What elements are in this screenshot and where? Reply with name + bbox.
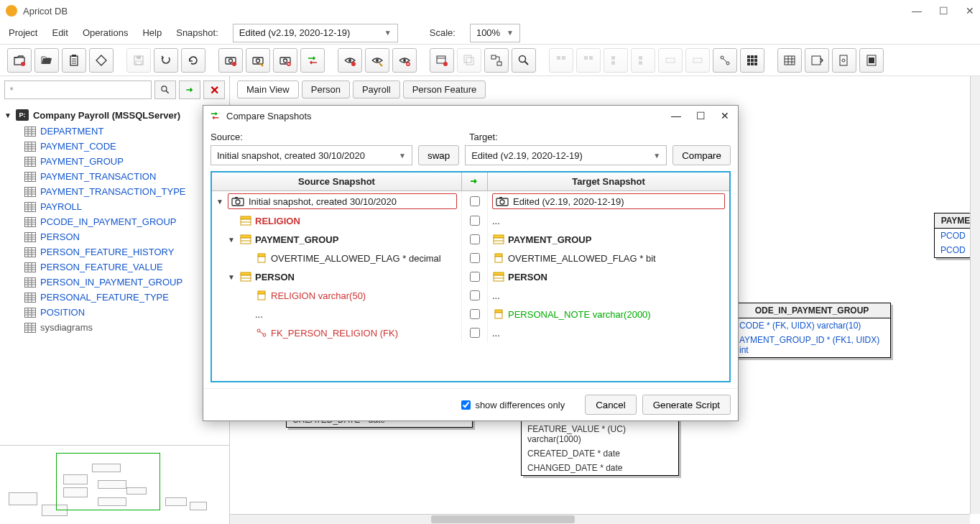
- show-diff-checkbox[interactable]: [461, 400, 471, 410]
- row-checkbox[interactable]: [470, 253, 480, 263]
- scale-select[interactable]: 100% ▼: [470, 24, 520, 42]
- cell-target[interactable]: ...: [488, 211, 729, 230]
- source-root[interactable]: Initial snapshot, created 30/10/2020: [228, 193, 457, 209]
- tree-item[interactable]: PERSON_FEATURE_VALUE: [24, 259, 225, 275]
- dialog-maximize[interactable]: ☐: [693, 110, 708, 121]
- cell-source[interactable]: OVERTIME_ALLOWED_FLAG * decimal: [212, 249, 462, 267]
- tree-item[interactable]: POSITION: [24, 305, 225, 320]
- tab-person[interactable]: Person: [302, 81, 350, 98]
- cell-target[interactable]: PAYMENT_GROUP: [488, 230, 729, 249]
- row-checkbox[interactable]: [470, 196, 480, 206]
- cell-target[interactable]: PERSONAL_NOTE varchar(2000): [488, 305, 729, 323]
- tb-snap-new[interactable]: [218, 48, 243, 73]
- tree-item[interactable]: PAYMENT_TRANSACTION: [24, 169, 225, 184]
- row-checkbox[interactable]: [470, 234, 480, 244]
- tb-db[interactable]: [89, 48, 114, 73]
- generate-script-button[interactable]: Generate Script: [642, 395, 731, 415]
- row-checkbox[interactable]: [470, 328, 480, 338]
- collapse-icon[interactable]: ▼: [228, 236, 236, 244]
- tb-search[interactable]: [512, 48, 536, 73]
- cell-source[interactable]: ...: [212, 305, 462, 323]
- source-combo[interactable]: Initial snapshot, created 30/10/2020 ▼: [211, 145, 412, 165]
- filter-add-button[interactable]: [179, 81, 200, 99]
- tb-view-del[interactable]: [392, 48, 417, 73]
- target-root[interactable]: Edited (v2.19, 2020-12-19): [492, 193, 725, 209]
- tree-item[interactable]: PAYMENT_TRANSACTION_TYPE: [24, 184, 225, 199]
- tb-link[interactable]: [713, 48, 737, 73]
- cell-target[interactable]: PERSON: [488, 267, 729, 286]
- minimize-button[interactable]: —: [912, 5, 922, 17]
- tb-compare[interactable]: [300, 48, 325, 73]
- tree-item[interactable]: PERSON_IN_PAYMENT_GROUP: [24, 275, 225, 290]
- tb-relation[interactable]: [484, 48, 509, 73]
- tree-root[interactable]: ▼ P: Company Payroll (MSSQLServer): [4, 106, 225, 124]
- menu-help[interactable]: Help: [142, 27, 162, 38]
- tb-clipboard[interactable]: [62, 48, 86, 73]
- svg-point-21: [403, 59, 406, 62]
- cell-source[interactable]: RELIGION: [212, 211, 462, 230]
- col-target: Target Snapshot: [488, 173, 729, 190]
- tree-item[interactable]: DEPARTMENT: [24, 124, 225, 139]
- row-checkbox[interactable]: [470, 272, 480, 282]
- tree-children: DEPARTMENTPAYMENT_CODEPAYMENT_GROUPPAYME…: [24, 124, 225, 335]
- tb-export[interactable]: [805, 48, 829, 73]
- tb-new[interactable]: [7, 48, 32, 73]
- cell-target[interactable]: ...: [488, 323, 729, 342]
- tb-tbl-new[interactable]: [430, 48, 454, 73]
- diagram-table[interactable]: ODE_IN_PAYMENT_GROUP CODE * (FK, UIDX) v…: [733, 303, 891, 358]
- menu-edit[interactable]: Edit: [52, 27, 68, 38]
- tree-item[interactable]: PCODE_IN_PAYMENT_GROUP: [24, 214, 225, 229]
- dialog-close[interactable]: ✕: [718, 110, 732, 121]
- tb-refresh[interactable]: [181, 48, 205, 73]
- tb-snap-edit[interactable]: [246, 48, 270, 73]
- tree-item[interactable]: sysdiagrams: [24, 320, 225, 335]
- target-combo[interactable]: Edited (v2.19, 2020-12-19) ▼: [465, 145, 667, 165]
- tree-item[interactable]: PERSON: [24, 229, 225, 244]
- tree-item[interactable]: PAYMENT_CODE: [24, 139, 225, 154]
- minimap[interactable]: [0, 445, 229, 524]
- tab-main-view[interactable]: Main View: [237, 81, 299, 98]
- row-checkbox[interactable]: [470, 216, 480, 226]
- tab-payroll[interactable]: Payroll: [353, 81, 400, 98]
- menu-project[interactable]: Project: [9, 27, 37, 38]
- filter-input[interactable]: [4, 81, 152, 99]
- compare-button[interactable]: Compare: [672, 145, 731, 165]
- tab-person-feature[interactable]: Person Feature: [403, 81, 486, 98]
- snapshot-select[interactable]: Edited (v2.19, 2020-12-19) ▼: [233, 24, 398, 42]
- menu-operations[interactable]: Operations: [83, 27, 129, 38]
- cell-source[interactable]: ▼PERSON: [212, 267, 462, 286]
- tb-view-edit[interactable]: [365, 48, 389, 73]
- tree-item[interactable]: PAYROLL: [24, 199, 225, 214]
- cell-target[interactable]: OVERTIME_ALLOWED_FLAG * bit: [488, 249, 729, 267]
- filter-search-button[interactable]: [154, 81, 176, 99]
- row-checkbox[interactable]: [470, 290, 480, 300]
- swap-button[interactable]: swap: [418, 145, 459, 165]
- scrollbar-horizontal[interactable]: [230, 514, 970, 524]
- collapse-icon[interactable]: ▼: [216, 198, 225, 206]
- tb-snap-del[interactable]: [273, 48, 297, 73]
- tb-pdf[interactable]: [859, 48, 884, 73]
- tb-view-new[interactable]: [338, 48, 362, 73]
- cell-source[interactable]: FK_PERSON_RELIGION (FK): [212, 323, 462, 342]
- tb-open[interactable]: [34, 48, 59, 73]
- cell-target[interactable]: ...: [488, 286, 729, 305]
- collapse-icon[interactable]: ▼: [228, 273, 236, 281]
- row-checkbox[interactable]: [470, 309, 480, 319]
- col-check[interactable]: [462, 173, 488, 190]
- tree-item[interactable]: PAYMENT_GROUP: [24, 154, 225, 169]
- dialog-minimize[interactable]: —: [669, 110, 683, 121]
- close-button[interactable]: ✕: [966, 5, 974, 17]
- scrollbar-vertical[interactable]: [970, 76, 980, 514]
- tb-grid[interactable]: [740, 48, 764, 73]
- tree-item[interactable]: PERSONAL_FEATURE_TYPE: [24, 290, 225, 305]
- tree-item[interactable]: PERSON_FEATURE_HISTORY: [24, 244, 225, 259]
- tb-excel[interactable]: [777, 48, 802, 73]
- filter-clear-button[interactable]: ✕: [203, 81, 225, 99]
- cell-source[interactable]: ▼PAYMENT_GROUP: [212, 230, 462, 249]
- tb-undo[interactable]: [154, 48, 178, 73]
- show-diff-label: show differences only: [475, 400, 565, 410]
- cell-source[interactable]: RELIGION varchar(50): [212, 286, 462, 305]
- maximize-button[interactable]: ☐: [939, 5, 948, 17]
- tb-script[interactable]: [832, 48, 856, 73]
- cancel-button[interactable]: Cancel: [585, 395, 637, 415]
